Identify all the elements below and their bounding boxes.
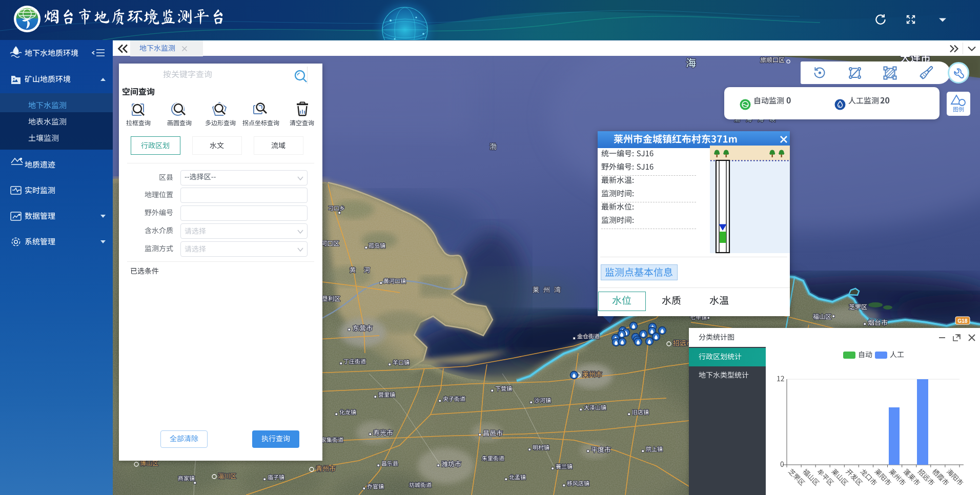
svg-text:G18: G18 (958, 318, 968, 324)
